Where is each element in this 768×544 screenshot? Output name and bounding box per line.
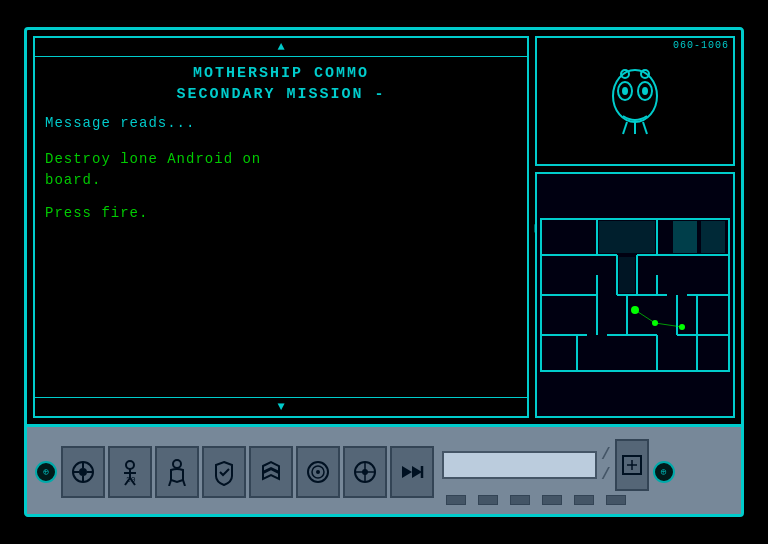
svg-text:20: 20 [126,475,136,484]
toolbar-icons: 20 [61,446,434,498]
person-icon: 20 [116,458,144,486]
corner-btn-right[interactable]: ⊕ [653,461,675,483]
svg-marker-64 [412,466,422,478]
map-panel [535,172,735,418]
dot-indicator-6 [606,495,626,505]
scroll-up-arrow[interactable]: ▲ [277,40,284,54]
svg-rect-32 [599,221,655,253]
text-input-box[interactable] [442,451,597,479]
message-panel: ▲ MOTHERSHIP COMMO SECONDARY MISSION - M… [33,36,529,418]
alien-portrait-icon [605,66,665,146]
tool-btn-chevron[interactable] [249,446,293,498]
target-icon [351,458,379,486]
dot-indicators [442,495,649,505]
tool-btn-extra[interactable] [615,439,649,491]
corner-btn-left[interactable]: ⊕ [35,461,57,483]
portrait-label: 060-1006 [669,38,733,53]
right-panel: 060-1006 [535,36,735,418]
message-content: MOTHERSHIP COMMO SECONDARY MISSION - Mes… [35,57,527,397]
tool-btn-circle[interactable] [296,446,340,498]
dot-indicator-1 [446,495,466,505]
shield-icon [210,458,238,486]
fire-slash-icon: / [601,446,611,464]
scroll-down-arrow[interactable]: ▼ [277,400,284,414]
svg-point-53 [173,460,181,468]
svg-line-7 [643,122,647,134]
msg-body-line1: Destroy lone Android on [45,151,261,167]
dot-indicator-2 [478,495,498,505]
svg-point-47 [126,461,134,469]
chevron-icon [257,458,285,486]
tool-btn-joystick[interactable] [61,446,105,498]
svg-marker-63 [402,466,412,478]
tool-btn-person[interactable]: 20 [108,446,152,498]
svg-point-62 [362,469,368,475]
tool-btn-fastforward[interactable] [390,446,434,498]
svg-line-6 [623,122,627,134]
toolbar: ⊕ [27,424,741,514]
msg-title: MOTHERSHIP COMMO [45,65,517,82]
joystick-icon [69,458,97,486]
person2-icon [163,458,191,486]
tool-btn-shield[interactable] [202,446,246,498]
svg-point-4 [642,87,648,95]
svg-point-3 [622,87,628,95]
tool-btn-target[interactable] [343,446,387,498]
msg-reads: Message reads... [45,115,517,131]
fastforward-icon [398,458,426,486]
msg-body: Destroy lone Android on board. [45,149,517,191]
svg-rect-40 [701,221,725,253]
dot-indicator-3 [510,495,530,505]
svg-point-42 [79,468,87,476]
msg-subtitle: SECONDARY MISSION - [45,86,517,103]
circle-icon [304,458,332,486]
scroll-down-area: ▼ [35,397,527,416]
svg-line-54 [169,480,171,486]
game-screen: ▲ MOTHERSHIP COMMO SECONDARY MISSION - M… [24,27,744,517]
scroll-up-area: ▲ [35,38,527,57]
svg-line-55 [183,480,185,486]
dot-indicator-4 [542,495,562,505]
svg-point-58 [316,470,320,474]
dot-indicator-5 [574,495,594,505]
msg-body-line2: board. [45,172,101,188]
fire-slash-icon2: / [601,466,611,484]
tool-btn-person2[interactable] [155,446,199,498]
toolbar-right: / / [442,439,649,505]
portrait-panel: 060-1006 [535,36,735,166]
svg-rect-33 [619,257,635,293]
map-svg [537,174,733,416]
extra-icon [621,454,643,476]
svg-rect-39 [673,221,697,253]
msg-press: Press fire. [45,205,517,221]
